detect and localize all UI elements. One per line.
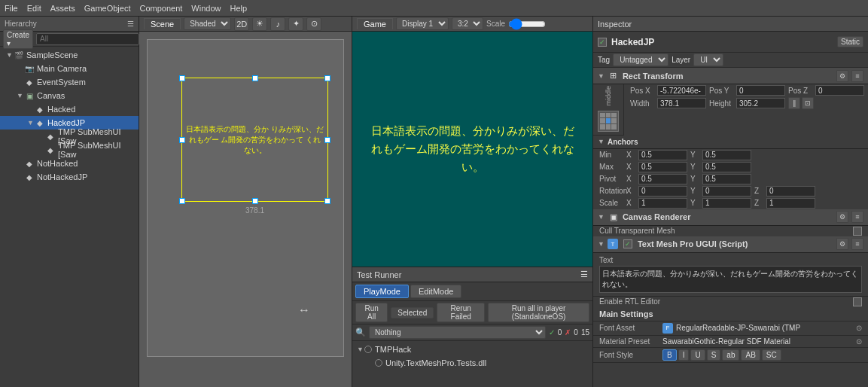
- run-all-button[interactable]: Run All: [355, 303, 388, 322]
- style-uppercase-btn[interactable]: AB: [741, 349, 760, 361]
- component-menu-icon[interactable]: ≡: [851, 70, 863, 82]
- scale-y-input[interactable]: [702, 198, 751, 209]
- pivot-y-input[interactable]: [702, 174, 751, 184]
- min-y-input[interactable]: [702, 150, 751, 160]
- scene-tab[interactable]: Scene: [144, 18, 181, 29]
- anchors-header[interactable]: ▼ Anchors: [593, 136, 868, 149]
- posx-input[interactable]: [657, 85, 706, 96]
- layer-dropdown[interactable]: UI: [693, 53, 723, 66]
- 2d-button[interactable]: 2D: [234, 17, 249, 31]
- size-btn-2[interactable]: ⊡: [802, 97, 814, 109]
- width-input[interactable]: [657, 98, 706, 108]
- component-settings-icon[interactable]: ⚙: [836, 70, 848, 82]
- handle-ml[interactable]: [179, 137, 185, 143]
- test-item-dll[interactable]: Unity.TextMeshPro.Tests.dll: [352, 356, 592, 370]
- menu-gameobject[interactable]: GameObject: [84, 4, 131, 13]
- lighting-icon[interactable]: ☀: [252, 17, 267, 31]
- scale-z-input[interactable]: [766, 198, 815, 209]
- test-runner-menu[interactable]: ☰: [580, 270, 588, 279]
- handle-tl[interactable]: [179, 75, 185, 81]
- menu-window[interactable]: Window: [191, 4, 221, 13]
- handle-tr[interactable]: [324, 75, 330, 81]
- audio-icon[interactable]: ♪: [270, 17, 285, 31]
- object-title-bar: HackedJP Static: [593, 32, 868, 53]
- handle-bl[interactable]: [179, 198, 185, 204]
- tree-item-hacked[interactable]: ◆ Hacked: [0, 102, 139, 116]
- tmp-menu-icon[interactable]: ≡: [851, 238, 863, 250]
- gizmos-icon[interactable]: ⊙: [306, 17, 321, 31]
- rot-z-input[interactable]: [766, 186, 815, 197]
- style-lowercase-btn[interactable]: ab: [722, 349, 739, 361]
- hierarchy-tree: ▼ 🎬 SampleScene 📷 Main Camera ◆ EventSys…: [0, 47, 139, 387]
- active-checkbox[interactable]: [598, 38, 607, 47]
- rot-y-label: Y: [690, 187, 699, 195]
- hierarchy-search[interactable]: [36, 33, 139, 45]
- menu-assets[interactable]: Assets: [50, 4, 75, 13]
- scale-x-input[interactable]: [638, 198, 687, 209]
- rerun-failed-button[interactable]: Rerun Failed: [437, 303, 485, 322]
- material-picker[interactable]: ⊙: [856, 337, 862, 346]
- tree-item-event-system[interactable]: ◆ EventSystem: [0, 75, 139, 89]
- menu-component[interactable]: Component: [139, 4, 182, 13]
- aspect-dropdown[interactable]: 3:2: [452, 17, 483, 30]
- tree-item-main-camera[interactable]: 📷 Main Camera: [0, 62, 139, 75]
- style-smallcaps-btn[interactable]: SC: [762, 349, 781, 361]
- tmp-settings-icon[interactable]: ⚙: [836, 238, 848, 250]
- canvas-settings-icon[interactable]: ⚙: [836, 211, 848, 223]
- create-dropdown[interactable]: Create ▾: [3, 29, 33, 49]
- shading-dropdown[interactable]: Shaded: [184, 17, 231, 30]
- playmode-button[interactable]: PlayMode: [355, 285, 409, 298]
- style-underline-btn[interactable]: U: [690, 349, 705, 361]
- menu-help[interactable]: Help: [230, 4, 247, 13]
- tree-item-sample-scene[interactable]: ▼ 🎬 SampleScene: [0, 48, 139, 62]
- handle-br[interactable]: [324, 198, 330, 204]
- rot-x-input[interactable]: [638, 186, 687, 197]
- tmp-header[interactable]: ▼ T Text Mesh Pro UGUI (Script) ⚙ ≡: [593, 236, 868, 253]
- handle-bm[interactable]: [252, 198, 258, 204]
- min-x-input[interactable]: [638, 150, 687, 160]
- cull-checkbox[interactable]: [853, 227, 862, 236]
- tmp-icon: T: [608, 239, 618, 249]
- font-asset-picker[interactable]: ⊙: [856, 324, 862, 332]
- rtl-checkbox[interactable]: [853, 297, 862, 306]
- display-dropdown[interactable]: Display 1: [396, 17, 449, 30]
- height-input[interactable]: [736, 98, 785, 108]
- filter-dropdown[interactable]: Nothing: [369, 326, 546, 339]
- posz-input[interactable]: [815, 85, 864, 96]
- style-bold-btn[interactable]: B: [662, 349, 677, 361]
- run-selected-button[interactable]: Selected: [391, 307, 434, 318]
- tree-item-tmp-sub-2[interactable]: ◆ TMP SubMeshUI [Saw: [0, 143, 139, 157]
- tmp-active-checkbox[interactable]: [623, 239, 632, 248]
- menu-file[interactable]: File: [5, 4, 18, 13]
- rot-y-input[interactable]: [702, 186, 751, 197]
- effects-icon[interactable]: ✦: [288, 17, 303, 31]
- style-italic-btn[interactable]: I: [678, 349, 690, 361]
- size-btn-1[interactable]: ‖: [788, 97, 800, 109]
- run-all-player-button[interactable]: Run all in player (StandaloneOS): [488, 303, 589, 322]
- posy-input[interactable]: [736, 85, 785, 96]
- max-x-input[interactable]: [638, 162, 687, 172]
- test-item-tmphack[interactable]: ▼ TMPHack: [352, 343, 592, 356]
- canvas-menu-icon[interactable]: ≡: [851, 211, 863, 223]
- game-view[interactable]: 日本語表示の問題、分かりみが深い、だれもゲーム開発の苦労をわかってくれない。: [352, 32, 592, 267]
- canvas-renderer-header[interactable]: ▼ ▣ Canvas Renderer ⚙ ≡: [593, 209, 868, 226]
- style-strikethrough-btn[interactable]: S: [707, 349, 721, 361]
- tree-item-not-hackedjp[interactable]: ◆ NotHackedJP: [0, 170, 139, 184]
- tag-dropdown[interactable]: Untagged: [613, 53, 669, 66]
- handle-tm[interactable]: [252, 75, 258, 81]
- rect-transform-header[interactable]: ▼ ⊞ Rect Transform ⚙ ≡: [593, 68, 868, 84]
- hierarchy-menu-icon[interactable]: ☰: [127, 20, 134, 28]
- scale-slider[interactable]: [508, 18, 546, 30]
- text-content-box[interactable]: 日本語表示の問題、分かりみが深い、だれもゲーム開発の苦労をわかってくれない。: [599, 266, 862, 293]
- anchor-widget[interactable]: [598, 111, 619, 132]
- scene-view[interactable]: 日本語表示の問題、分か りみが深い、だれもゲー ム開発の苦労をわかって くれない…: [139, 32, 352, 387]
- menu-edit[interactable]: Edit: [27, 4, 41, 13]
- scene-text-box[interactable]: 日本語表示の問題、分か りみが深い、だれもゲー ム開発の苦労をわかって くれない…: [181, 78, 328, 202]
- max-y-input[interactable]: [702, 162, 751, 172]
- tree-item-canvas[interactable]: ▼ ▣ Canvas: [0, 89, 139, 102]
- editmode-button[interactable]: EditMode: [410, 285, 461, 298]
- handle-mr[interactable]: [324, 137, 330, 143]
- game-tab[interactable]: Game: [357, 18, 393, 29]
- static-badge[interactable]: Static: [837, 36, 863, 47]
- pivot-x-input[interactable]: [638, 174, 687, 184]
